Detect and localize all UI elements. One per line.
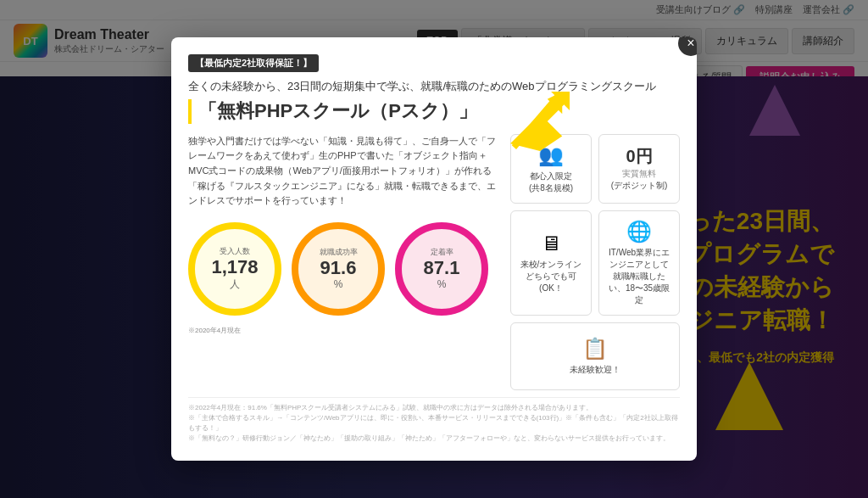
feature-grid: 👥 都心入限定(共8名規模) 0円 実質無料 (デポジット制) 🖥 来校/オンラ… bbox=[510, 134, 680, 390]
modal-disclaimer: ※2022年4月現在：91.6%「無料PHPスクール受講者システムにみる」試験、… bbox=[188, 397, 680, 444]
disclaimer-line-1: ※2022年4月現在：91.6%「無料PHPスクール受講者システムにみる」試験、… bbox=[188, 403, 680, 413]
clipboard-icon: 📋 bbox=[582, 337, 608, 361]
modal-title: 「無料PHPスクール（Pスク）」 bbox=[188, 99, 680, 124]
promo-modal: × 【最低内定2社取得保証！】 全くの未経験から、23日間の短期集中で学ぶ、就職… bbox=[171, 37, 697, 461]
globe-icon: 🌐 bbox=[626, 220, 652, 243]
modal-overlay[interactable]: × 【最低内定2社取得保証！】 全くの未経験から、23日間の短期集中で学ぶ、就職… bbox=[0, 0, 868, 498]
stat-applicants: 受入人数 1,178 人 bbox=[188, 222, 281, 316]
feature-location: 🖥 来校/オンラインどちらでも可(OK！ bbox=[510, 210, 592, 316]
yellow-arrow-graphic bbox=[510, 92, 570, 151]
stat-retention: 定着率 87.1 % bbox=[395, 222, 488, 316]
zero-yen-text: 0円 bbox=[626, 145, 652, 168]
feature-noexp: 📋 未経験歓迎！ bbox=[510, 322, 680, 390]
modal-left-section: 独学や入門書だけでは学べない「知識・見識も得て」、ご自身一人で「フレームワークを… bbox=[188, 134, 497, 390]
stats-row: 受入人数 1,178 人 就職成功率 91.6 % 定着率 87.1 % bbox=[188, 222, 497, 316]
disclaimer-line-2: ※「主体で合格するスキル」→「コンテンツ/Webアプリには、即に・役割い、本番サ… bbox=[188, 413, 680, 434]
disclaimer-line-3: ※「無料なの？」研修行動ジョン／「神なため」「援助の取り組み」「神たため」「アフ… bbox=[188, 434, 680, 444]
modal-badge: 【最低内定2社取得保証！】 bbox=[188, 54, 319, 72]
modal-body: 独学や入門書だけでは学べない「知識・見識も得て」、ご自身一人で「フレームワークを… bbox=[188, 134, 680, 390]
modal-right-section: 👥 都心入限定(共8名規模) 0円 実質無料 (デポジット制) 🖥 来校/オンラ… bbox=[510, 134, 680, 390]
laptop-icon: 🖥 bbox=[541, 232, 561, 255]
stat-success-rate: 就職成功率 91.6 % bbox=[292, 222, 385, 316]
stats-note: ※2020年4月現在 bbox=[188, 326, 497, 335]
modal-description: 独学や入門書だけでは学べない「知識・見識も得て」、ご自身一人で「フレームワークを… bbox=[188, 134, 497, 209]
feature-career: 🌐 IT/Web業界にエンジニアとして就職/転職したい、18〜35歳限定 bbox=[598, 210, 680, 316]
modal-subtitle: 全くの未経験から、23日間の短期集中で学ぶ、就職/転職のためのWebプログラミン… bbox=[188, 79, 680, 94]
modal-close-button[interactable]: × bbox=[678, 37, 697, 56]
feature-free: 0円 実質無料 (デポジット制) bbox=[598, 134, 680, 204]
